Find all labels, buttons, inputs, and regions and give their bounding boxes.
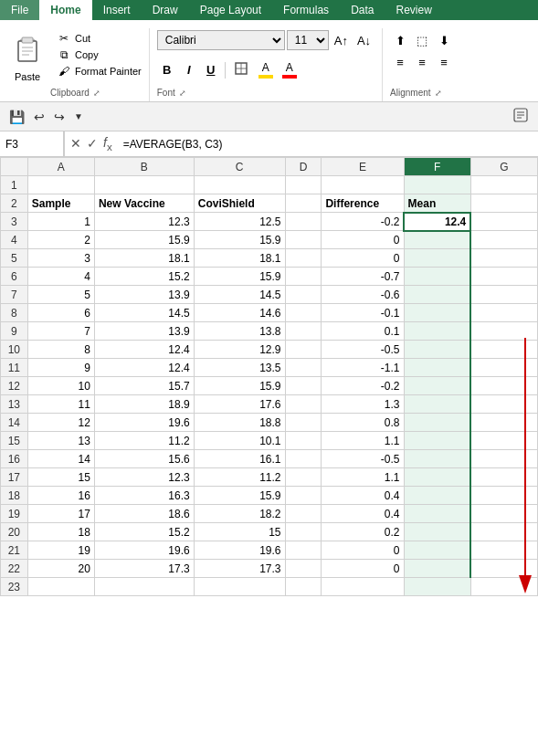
cell-D22[interactable] <box>285 560 322 578</box>
cell-F15[interactable] <box>404 432 470 450</box>
font-color-button[interactable]: A <box>279 59 301 80</box>
cell-G11[interactable] <box>470 359 537 377</box>
cell-A6[interactable]: 4 <box>27 268 94 286</box>
row-header-7[interactable]: 7 <box>1 286 28 304</box>
copy-button[interactable]: ⧉ Copy <box>53 47 145 63</box>
cell-G4[interactable] <box>470 231 537 249</box>
cell-G19[interactable] <box>470 505 537 523</box>
cell-D13[interactable] <box>285 395 322 414</box>
align-left-button[interactable]: ≡ <box>390 52 410 72</box>
cell-G2[interactable] <box>470 194 537 213</box>
tab-data[interactable]: Data <box>340 0 385 20</box>
row-header-22[interactable]: 22 <box>1 560 28 578</box>
cell-C2[interactable]: CoviShield <box>194 194 285 213</box>
cell-G23[interactable] <box>470 578 537 596</box>
align-top-button[interactable]: ⬆ <box>390 30 410 50</box>
cut-button[interactable]: ✂ Cut <box>53 30 145 47</box>
font-expand-icon[interactable]: ⤢ <box>179 89 186 98</box>
row-header-8[interactable]: 8 <box>1 304 28 322</box>
tab-insert[interactable]: Insert <box>92 0 142 20</box>
cell-G8[interactable] <box>470 304 537 322</box>
cell-C19[interactable]: 18.2 <box>194 505 285 523</box>
cell-B5[interactable]: 18.1 <box>94 249 194 268</box>
cell-E5[interactable]: 0 <box>322 249 404 268</box>
cell-G14[interactable] <box>470 414 537 432</box>
undo-button[interactable]: ↩ <box>30 108 48 126</box>
cell-B9[interactable]: 13.9 <box>94 322 194 341</box>
cancel-formula-button[interactable]: ✕ <box>70 136 81 151</box>
redo-button[interactable]: ↪ <box>50 108 69 126</box>
row-header-2[interactable]: 2 <box>1 194 28 213</box>
cell-D5[interactable] <box>285 249 322 268</box>
align-right-button[interactable]: ≡ <box>434 52 454 72</box>
cell-A2[interactable]: Sample <box>27 194 94 213</box>
bold-button[interactable]: B <box>157 60 177 80</box>
align-center-button[interactable]: ≡ <box>412 52 432 72</box>
cell-B8[interactable]: 14.5 <box>94 304 194 322</box>
col-header-E[interactable]: E <box>322 158 404 176</box>
font-name-select[interactable]: Calibri <box>157 30 285 50</box>
cell-C1[interactable] <box>194 176 285 194</box>
cell-D19[interactable] <box>285 505 322 523</box>
cell-A12[interactable]: 10 <box>27 377 94 395</box>
cell-C7[interactable]: 14.5 <box>194 286 285 304</box>
cell-G3[interactable] <box>470 213 537 231</box>
cell-B16[interactable]: 15.6 <box>94 450 194 468</box>
row-header-21[interactable]: 21 <box>1 541 28 560</box>
cell-C17[interactable]: 11.2 <box>194 468 285 487</box>
cell-B20[interactable]: 15.2 <box>94 523 194 541</box>
cell-D11[interactable] <box>285 359 322 377</box>
cell-B10[interactable]: 12.4 <box>94 341 194 359</box>
cell-A20[interactable]: 18 <box>27 523 94 541</box>
cell-F1[interactable] <box>404 176 470 194</box>
cell-F4[interactable] <box>404 231 470 249</box>
tab-page-layout[interactable]: Page Layout <box>189 0 272 20</box>
cell-C5[interactable]: 18.1 <box>194 249 285 268</box>
row-header-15[interactable]: 15 <box>1 432 28 450</box>
cell-G22[interactable] <box>470 560 537 578</box>
cell-A19[interactable]: 17 <box>27 505 94 523</box>
cell-B21[interactable]: 19.6 <box>94 541 194 560</box>
save-button[interactable]: 💾 <box>5 108 28 126</box>
cell-G12[interactable] <box>470 377 537 395</box>
cell-E12[interactable]: -0.2 <box>322 377 404 395</box>
cell-B22[interactable]: 17.3 <box>94 560 194 578</box>
cell-A15[interactable]: 13 <box>27 432 94 450</box>
cell-B15[interactable]: 11.2 <box>94 432 194 450</box>
cell-B23[interactable] <box>94 578 194 596</box>
cell-G18[interactable] <box>470 487 537 505</box>
row-header-11[interactable]: 11 <box>1 359 28 377</box>
cell-C6[interactable]: 15.9 <box>194 268 285 286</box>
cell-B6[interactable]: 15.2 <box>94 268 194 286</box>
row-header-23[interactable]: 23 <box>1 578 28 596</box>
cell-D20[interactable] <box>285 523 322 541</box>
cell-E1[interactable] <box>322 176 404 194</box>
cell-F8[interactable] <box>404 304 470 322</box>
cell-B13[interactable]: 18.9 <box>94 395 194 414</box>
col-header-A[interactable]: A <box>27 158 94 176</box>
cell-D12[interactable] <box>285 377 322 395</box>
cell-B7[interactable]: 13.9 <box>94 286 194 304</box>
cell-D17[interactable] <box>285 468 322 487</box>
col-header-G[interactable]: G <box>470 158 537 176</box>
row-header-20[interactable]: 20 <box>1 523 28 541</box>
tab-formulas[interactable]: Formulas <box>272 0 340 20</box>
cell-A9[interactable]: 7 <box>27 322 94 341</box>
cell-D7[interactable] <box>285 286 322 304</box>
cell-F7[interactable] <box>404 286 470 304</box>
row-header-6[interactable]: 6 <box>1 268 28 286</box>
font-size-select[interactable]: 11 <box>287 30 329 50</box>
cell-C12[interactable]: 15.9 <box>194 377 285 395</box>
cell-E8[interactable]: -0.1 <box>322 304 404 322</box>
row-header-13[interactable]: 13 <box>1 395 28 414</box>
borders-button[interactable] <box>229 60 253 80</box>
cell-D14[interactable] <box>285 414 322 432</box>
cell-B14[interactable]: 19.6 <box>94 414 194 432</box>
row-header-14[interactable]: 14 <box>1 414 28 432</box>
cell-F9[interactable] <box>404 322 470 341</box>
cell-D10[interactable] <box>285 341 322 359</box>
col-header-B[interactable]: B <box>94 158 194 176</box>
align-bottom-button[interactable]: ⬇ <box>434 30 454 50</box>
cell-E4[interactable]: 0 <box>322 231 404 249</box>
cell-F12[interactable] <box>404 377 470 395</box>
